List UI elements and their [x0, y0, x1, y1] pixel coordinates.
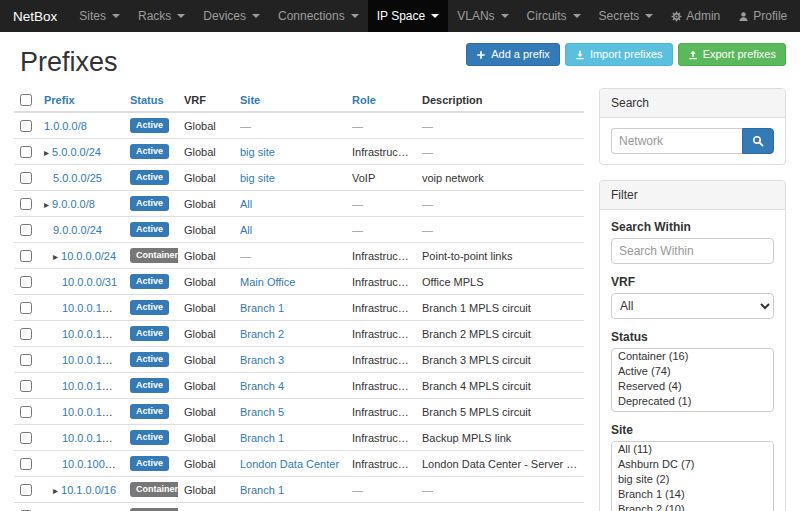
prefix-link[interactable]: 9.0.0.0/24	[53, 224, 102, 236]
prefix-link[interactable]: 1.0.0.0/8	[44, 120, 87, 132]
column-sort-link[interactable]: Status	[130, 94, 164, 106]
status-cell: Active	[124, 112, 178, 139]
prefix-cell: 9.0.0.0/24	[38, 217, 124, 243]
filter-option[interactable]: All (11)	[612, 442, 773, 457]
site-link[interactable]: Branch 5	[240, 406, 284, 418]
select-all-checkbox[interactable]	[20, 94, 32, 106]
prefix-link[interactable]: 10.0.0.130/31	[62, 328, 124, 340]
row-checkbox[interactable]	[20, 224, 32, 236]
site-cell: —	[234, 112, 346, 139]
brand-link[interactable]: NetBox	[0, 0, 70, 32]
site-link[interactable]: All	[240, 198, 252, 210]
filter-option[interactable]: Container (16)	[612, 349, 773, 364]
site-link[interactable]: Branch 2	[240, 328, 284, 340]
prefix-link[interactable]: 10.0.0.0/24	[61, 250, 116, 262]
row-checkbox[interactable]	[20, 406, 32, 418]
prefix-link[interactable]: 9.0.0.0/8	[52, 198, 95, 210]
row-checkbox[interactable]	[20, 172, 32, 184]
prefix-link[interactable]: 10.1.0.0/16	[61, 484, 116, 496]
row-checkbox[interactable]	[20, 484, 32, 496]
vrf-select[interactable]: All	[611, 293, 774, 319]
site-link[interactable]: Branch 1	[240, 302, 284, 314]
vrf-cell: Global	[178, 321, 234, 347]
row-checkbox[interactable]	[20, 198, 32, 210]
status-cell: Active	[124, 165, 178, 191]
site-link[interactable]: Branch 4	[240, 380, 284, 392]
filter-option[interactable]: big site (2)	[612, 472, 773, 487]
prefix-link[interactable]: 10.0.0.132/31	[62, 354, 124, 366]
column-sort-link[interactable]: Role	[352, 94, 376, 106]
nav-menu-racks[interactable]: Racks	[129, 0, 194, 32]
export-prefixes-button[interactable]: Export prefixes	[678, 43, 786, 66]
column-sort-link[interactable]: Site	[240, 94, 260, 106]
row-checkbox[interactable]	[20, 250, 32, 262]
row-checkbox[interactable]	[20, 120, 32, 132]
nav-menu-vlans[interactable]: VLANs	[448, 0, 517, 32]
nav-menu-ip-space[interactable]: IP Space	[368, 0, 448, 32]
nav-menu-connections[interactable]: Connections	[269, 0, 368, 32]
column-header-status: Status	[124, 88, 178, 112]
prefix-link[interactable]: 10.0.0.138/31	[62, 432, 124, 444]
prefix-link[interactable]: 10.0.0.128/31	[62, 302, 124, 314]
site-link[interactable]: Main Office	[240, 276, 295, 288]
prefix-link[interactable]: 5.0.0.0/24	[52, 146, 101, 158]
filter-option[interactable]: Branch 1 (14)	[612, 487, 773, 502]
prefix-link[interactable]: 5.0.0.0/25	[53, 172, 102, 184]
nav-menu-label: Secrets	[599, 9, 640, 23]
row-select-cell	[14, 347, 38, 373]
search-button[interactable]	[742, 128, 774, 154]
row-checkbox[interactable]	[20, 302, 32, 314]
site-listbox[interactable]: All (11)Ashburn DC (7)big site (2)Branch…	[611, 441, 774, 511]
role-cell: Infrastructure	[346, 373, 416, 399]
vrf-cell: Global	[178, 243, 234, 269]
description-cell: —	[416, 217, 584, 243]
nav-menu-label: Connections	[278, 9, 345, 23]
table-row: ▸10.1.0.0/16ContainerGlobalBranch 1——	[14, 477, 584, 503]
add-a-prefix-button[interactable]: Add a prefix	[466, 43, 560, 66]
search-within-input[interactable]	[611, 238, 774, 264]
status-listbox[interactable]: Container (16)Active (74)Reserved (4)Dep…	[611, 348, 774, 412]
site-link[interactable]: big site	[240, 172, 275, 184]
nav-menu-sites[interactable]: Sites	[70, 0, 129, 32]
row-checkbox[interactable]	[20, 354, 32, 366]
role-cell: —	[346, 191, 416, 217]
site-link[interactable]: All	[240, 224, 252, 236]
select-all-cell	[14, 88, 38, 112]
vrf-cell: Global	[178, 112, 234, 139]
prefix-link[interactable]: 10.0.0.0/31	[62, 276, 117, 288]
row-checkbox[interactable]	[20, 328, 32, 340]
prefix-link[interactable]: 10.0.0.134/31	[62, 380, 124, 392]
nav-admin[interactable]: Admin	[662, 0, 729, 32]
filter-panel: Filter Search Within VRF All Status Cont…	[599, 180, 786, 511]
nav-menu-devices[interactable]: Devices	[194, 0, 269, 32]
filter-option[interactable]: Deprecated (1)	[612, 394, 773, 409]
column-sort-link[interactable]: Prefix	[44, 94, 75, 106]
filter-option[interactable]: Ashburn DC (7)	[612, 457, 773, 472]
site-link[interactable]: Branch 3	[240, 354, 284, 366]
row-checkbox[interactable]	[20, 458, 32, 470]
prefix-link[interactable]: 10.0.0.136/31	[62, 406, 124, 418]
status-cell: Container	[124, 503, 178, 511]
site-link[interactable]: Branch 1	[240, 432, 284, 444]
nav-menu-secrets[interactable]: Secrets	[590, 0, 663, 32]
column-header-site: Site	[234, 88, 346, 112]
filter-option[interactable]: Reserved (4)	[612, 379, 773, 394]
site-link[interactable]: big site	[240, 146, 275, 158]
row-checkbox[interactable]	[20, 146, 32, 158]
nav-log-out[interactable]: Log out	[796, 0, 800, 32]
filter-option[interactable]: Branch 2 (10)	[612, 502, 773, 511]
import-prefixes-button[interactable]: Import prefixes	[565, 43, 673, 66]
nav-menu-circuits[interactable]: Circuits	[518, 0, 590, 32]
description-cell: Branch 2 MPLS circuit	[416, 321, 584, 347]
site-link[interactable]: London Data Center	[240, 458, 339, 470]
nav-profile[interactable]: Profile	[729, 0, 796, 32]
prefix-link[interactable]: 10.0.100.0/24	[62, 458, 124, 470]
filter-option[interactable]: Active (74)	[612, 364, 773, 379]
table-row: 5.0.0.0/25ActiveGlobalbig siteVoIPvoip n…	[14, 165, 584, 191]
row-checkbox[interactable]	[20, 276, 32, 288]
search-input[interactable]	[611, 128, 742, 154]
search-panel: Search	[599, 88, 786, 165]
site-link[interactable]: Branch 1	[240, 484, 284, 496]
row-checkbox[interactable]	[20, 432, 32, 444]
row-checkbox[interactable]	[20, 380, 32, 392]
